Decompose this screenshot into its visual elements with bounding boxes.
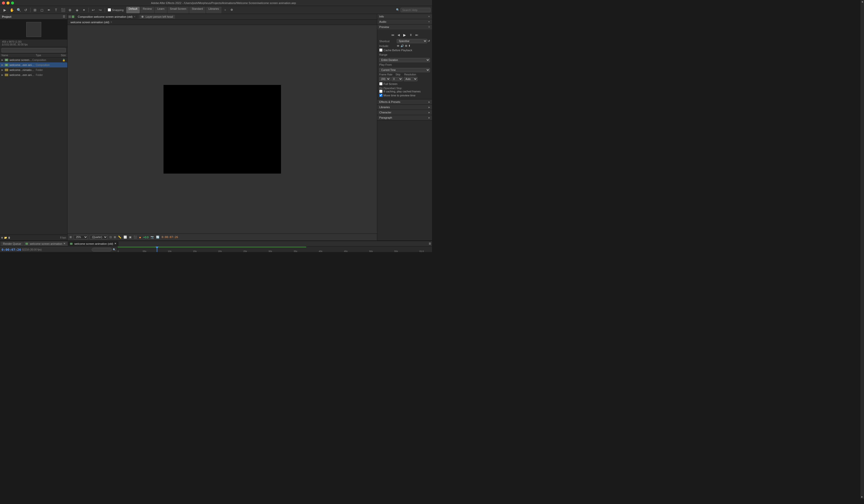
preview-section-header[interactable]: Preview ☰ [377, 24, 432, 29]
col-type-header[interactable]: Type [36, 54, 56, 57]
prev-first-btn[interactable]: ⏮ [390, 33, 395, 37]
quality-select[interactable]: (Quarter)(Half)(Full) [90, 235, 108, 239]
new-item-btn[interactable]: ⊕ [1, 236, 3, 239]
skip-select[interactable]: 0 [392, 77, 403, 81]
zoom-select[interactable]: 25%50%100% [74, 235, 88, 239]
tool-clone[interactable]: ⊕ [67, 7, 73, 13]
cache-include-icon[interactable]: ⬆ [408, 44, 410, 47]
effects-section-header[interactable]: Effects & Presets ▶ [377, 99, 432, 105]
workspace-tab-review[interactable]: Review [140, 7, 154, 13]
timeline-menu-btn[interactable]: ☰ [429, 242, 431, 245]
cache-play-checkbox[interactable] [379, 90, 383, 93]
prev-pause-btn[interactable]: ⏸ [408, 33, 413, 37]
grid-btn[interactable]: ⊞ [114, 235, 116, 239]
audio-section: Audio ▼ [377, 19, 432, 24]
framerate-select[interactable]: (30) [379, 77, 391, 81]
comp-tab-main[interactable]: Composition welcome screen animation (ol… [76, 15, 137, 19]
snapshot-btn[interactable]: 🔄 [156, 235, 159, 239]
close-button[interactable] [2, 1, 5, 4]
prev-play-btn[interactable]: ▶ [402, 33, 407, 37]
audio-section-header[interactable]: Audio ▼ [377, 19, 432, 24]
chan-btn[interactable]: ⬛ [133, 235, 137, 239]
tool-eraser[interactable]: ◈ [74, 7, 80, 13]
flow-include-icon[interactable]: ⊞ [405, 44, 407, 47]
project-item-name: welcome screen animation [10, 59, 32, 61]
maximize-button[interactable] [11, 1, 14, 4]
fullscreen-checkbox[interactable] [379, 82, 383, 85]
comp-tab-layer[interactable]: Layer person left head [140, 15, 175, 19]
region-btn[interactable]: ▣ [129, 235, 132, 239]
cache-checkbox[interactable] [379, 48, 383, 52]
project-item-set-layers[interactable]: ▶ welcome...nimation (set) Layers Folder [0, 67, 67, 72]
character-section-header[interactable]: Character ▶ [377, 110, 432, 115]
delete-btn[interactable]: 🗑 [8, 236, 11, 239]
tool-unified[interactable]: ⊞ [32, 7, 38, 13]
layer-search-input[interactable] [92, 248, 112, 251]
welcome-screen-close[interactable]: ✕ [63, 242, 65, 245]
color-picker-btn[interactable]: ● [139, 235, 141, 239]
workspace-tab-default[interactable]: Default [126, 7, 140, 13]
fit-comp-btn[interactable]: ⊡ [109, 235, 112, 239]
tool-hand[interactable]: ✋ [9, 7, 15, 13]
playhead-ruler[interactable] [157, 246, 157, 252]
camera-btn[interactable]: 📷 [151, 235, 154, 239]
viewer-tab-close[interactable]: ✕ [110, 21, 112, 24]
workspace-tab-libraries[interactable]: Libraries [206, 7, 221, 13]
tool-rotate[interactable]: ↺ [23, 7, 29, 13]
shortcut-select[interactable]: Spacebar [397, 39, 427, 43]
window-title: Adobe After Effects 2022 - /Users/josh/M… [17, 1, 430, 4]
project-item-lock: 🔒 [62, 59, 66, 61]
project-panel-menu[interactable]: ☰ [63, 15, 65, 18]
welcome-old-close[interactable]: ✕ [114, 242, 117, 245]
comp-tab-close[interactable]: ✕ [133, 15, 135, 18]
project-item-welcome-screen-anim[interactable]: ▶ C welcome screen animation Composition… [0, 58, 67, 62]
snapping-checkbox[interactable] [108, 8, 111, 12]
libraries-section-header[interactable]: Libraries ▶ [377, 105, 432, 110]
move-time-checkbox[interactable] [379, 94, 383, 97]
search-input[interactable] [400, 8, 431, 12]
ruler-btn[interactable]: 📏 [118, 235, 121, 239]
info-section-header[interactable]: Info ▼ [377, 14, 432, 19]
project-preview [0, 20, 67, 39]
tool-paint[interactable]: ⬛ [60, 7, 66, 13]
prev-back-btn[interactable]: ◀ [396, 33, 401, 37]
welcome-old-tab[interactable]: welcome screen animation (old) ✕ [68, 242, 118, 246]
viewer-tab[interactable]: welcome screen animation (old) ✕ [69, 20, 114, 24]
welcome-screen-tab[interactable]: welcome screen animation ✕ [24, 242, 68, 246]
tool-pen[interactable]: ✒ [46, 7, 52, 13]
exposure-btn[interactable]: +0.0 [143, 236, 148, 239]
tool-text[interactable]: T [53, 7, 59, 13]
workspace-tab-standard[interactable]: Standard [189, 7, 205, 13]
col-name-header[interactable]: Name [1, 54, 36, 57]
workspace-tab-smallscreen[interactable]: Small Screen [168, 7, 189, 13]
mask-btn[interactable]: ⬜ [123, 235, 127, 239]
minimize-button[interactable] [7, 1, 10, 4]
fit-btn[interactable]: ⊞ [70, 235, 72, 239]
prev-next-btn[interactable]: ⏭ [414, 33, 419, 37]
tool-puppet[interactable]: ✦ [81, 7, 87, 13]
workspace-tab-learn[interactable]: Learn [155, 7, 167, 13]
tool-select[interactable]: ▶ [1, 7, 8, 13]
eye-include-icon[interactable]: 👁 [397, 45, 399, 47]
tool-zoom[interactable]: 🔍 [15, 7, 22, 13]
undo-btn[interactable]: ↩ [90, 7, 96, 13]
project-item-anim-layers[interactable]: ▶ welcome...een animation Layers Folder [0, 72, 67, 77]
resolution-select[interactable]: Auto [404, 77, 418, 81]
timeline-current-time[interactable]: 0:00:07:26 [1, 248, 21, 251]
project-item-welcome-old[interactable]: ▶ C welcome...een animation (old) Compos… [0, 62, 67, 67]
redo-btn[interactable]: ↪ [97, 7, 104, 13]
project-search-input[interactable] [1, 48, 66, 52]
more-workspaces-btn[interactable]: » [222, 7, 228, 13]
tool-shape[interactable]: ◻ [39, 7, 45, 13]
audio-include-icon[interactable]: 🔊 [400, 44, 404, 47]
cache-play-label: If caching, play cached frames [384, 90, 421, 93]
folder-btn[interactable]: 📁 [4, 236, 7, 239]
timeline-main: 0:00:07:26 02216 (30.00 fps) 🔍 ☆ ⚓ ▼ 🔒 👻… [0, 246, 432, 252]
render-queue-tab[interactable]: Render Queue [1, 242, 23, 246]
play-from-select[interactable]: Current Time [379, 68, 430, 72]
settings-btn[interactable]: ⚙ [230, 8, 233, 12]
col-size-header[interactable]: Size [56, 54, 66, 57]
range-select[interactable]: Entire Duration [379, 58, 430, 62]
paragraph-section-header[interactable]: Paragraph ▶ [377, 115, 432, 120]
shortcut-reset-icon[interactable]: ↺ [428, 39, 430, 43]
